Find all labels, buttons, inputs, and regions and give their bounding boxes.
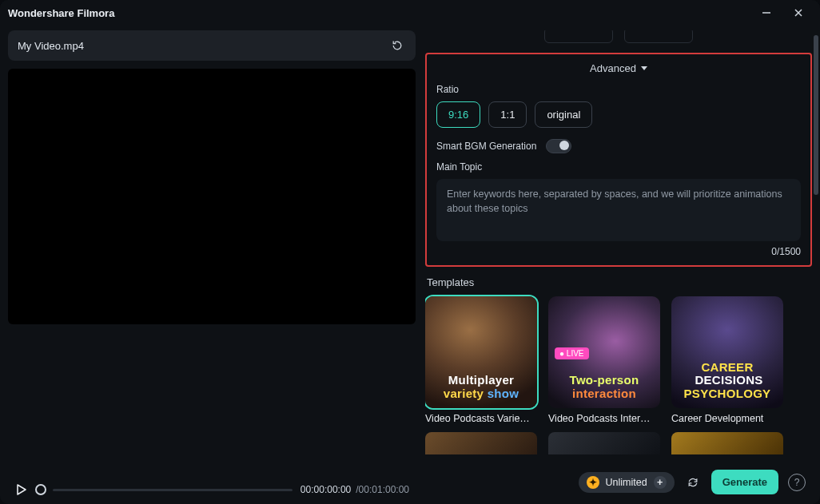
thumb-overlay: CAREER DECISIONS PSYCHOLOGY — [676, 361, 778, 401]
time-duration: /00:01:00:00 — [356, 484, 409, 495]
app-title: Wondershare Filmora — [8, 7, 114, 19]
template-thumb[interactable]: Multiplayer variety show — [425, 296, 537, 408]
ratio-original[interactable]: original — [535, 101, 592, 128]
chevron-down-icon — [641, 66, 647, 70]
app-window: Wondershare Filmora My Video.mp4 — [0, 0, 820, 504]
left-pane: My Video.mp4 — [8, 30, 416, 496]
overlay-line: DECISIONS — [695, 373, 762, 387]
ratio-1-1[interactable]: 1:1 — [488, 101, 527, 128]
overlay-line: variety — [444, 387, 484, 400]
cycle-icon — [687, 476, 699, 489]
ratio-9-16[interactable]: 9:16 — [436, 101, 480, 128]
footer-bar: ✦ Unlimited + Generate ? — [425, 465, 812, 496]
templates-row-2 — [425, 432, 812, 454]
help-button[interactable]: ? — [788, 474, 806, 491]
close-icon — [794, 8, 803, 18]
main-topic-input[interactable]: Enter keywords here, separated by spaces… — [436, 179, 801, 241]
titlebar: Wondershare Filmora — [0, 0, 820, 26]
regenerate-button[interactable] — [684, 474, 702, 491]
overlay-line: Two-person — [553, 374, 655, 387]
ratio-label: Ratio — [436, 84, 801, 95]
close-button[interactable] — [785, 3, 812, 22]
file-name: My Video.mp4 — [18, 40, 84, 52]
right-scroll: Advanced Ratio 9:16 1:1 original Smart B… — [425, 30, 812, 458]
unlimited-pill[interactable]: ✦ Unlimited + — [579, 472, 675, 493]
file-chip[interactable]: My Video.mp4 — [8, 30, 416, 61]
unlimited-label: Unlimited — [606, 477, 647, 488]
window-controls — [753, 3, 812, 22]
seek-track[interactable] — [53, 489, 293, 491]
template-caption: Video Podcasts Varie… — [425, 413, 537, 424]
main-topic-label: Main Topic — [436, 161, 801, 173]
thumb-overlay: Multiplayer variety show — [430, 374, 532, 400]
video-preview[interactable] — [8, 69, 416, 324]
templates-section: Templates Multiplayer variety show — [425, 276, 812, 454]
template-thumb-partial[interactable] — [425, 432, 537, 454]
file-strip: My Video.mp4 — [8, 30, 416, 61]
play-button[interactable] — [14, 483, 27, 496]
bgm-toggle[interactable] — [546, 139, 571, 153]
refresh-button[interactable] — [388, 37, 406, 54]
template-thumb[interactable]: CAREER DECISIONS PSYCHOLOGY — [671, 296, 783, 408]
right-pane: Advanced Ratio 9:16 1:1 original Smart B… — [425, 30, 812, 496]
seek-bar[interactable] — [35, 484, 293, 495]
template-thumb-partial[interactable] — [548, 432, 660, 454]
plus-icon: + — [654, 476, 667, 489]
category-chip[interactable] — [544, 30, 613, 43]
thumb-overlay: Two-person interaction — [553, 374, 655, 400]
advanced-toggle[interactable]: Advanced — [436, 62, 801, 74]
scrollbar-thumb[interactable] — [814, 35, 818, 195]
advanced-panel-highlight: Advanced Ratio 9:16 1:1 original Smart B… — [425, 53, 812, 267]
transport-bar: 00:00:00:00 /00:01:00:00 — [8, 478, 416, 496]
play-icon — [14, 483, 27, 496]
category-chips-row — [425, 30, 812, 43]
template-caption: Career Development — [671, 413, 783, 424]
overlay-line: PSYCHOLOGY — [676, 387, 778, 401]
overlay-line: Multiplayer — [430, 374, 532, 387]
refresh-icon — [391, 39, 404, 52]
live-badge: ● LIVE — [555, 347, 589, 359]
time-current: 00:00:00:00 — [301, 484, 351, 495]
minimize-icon — [762, 8, 771, 18]
template-caption: Video Podcasts Inter… — [548, 413, 660, 424]
template-card[interactable]: Multiplayer variety show Video Podcasts … — [425, 296, 537, 424]
bgm-row: Smart BGM Generation — [436, 139, 801, 153]
templates-heading: Templates — [427, 276, 812, 288]
ratio-options: 9:16 1:1 original — [436, 101, 801, 128]
char-counter: 0/1500 — [436, 246, 801, 257]
category-chip[interactable] — [624, 30, 693, 43]
advanced-label: Advanced — [590, 62, 636, 74]
spark-icon: ✦ — [587, 476, 599, 489]
overlay-line: CAREER — [701, 360, 753, 374]
template-card[interactable]: CAREER DECISIONS PSYCHOLOGY Career Devel… — [671, 296, 783, 424]
vertical-scrollbar[interactable] — [814, 35, 818, 450]
timecodes: 00:00:00:00 /00:01:00:00 — [301, 484, 409, 495]
minimize-button[interactable] — [753, 3, 780, 22]
main-topic-section: Main Topic Enter keywords here, separate… — [436, 161, 801, 257]
preview-area: 00:00:00:00 /00:01:00:00 — [8, 69, 416, 496]
template-thumb[interactable]: ● LIVE Two-person interaction — [548, 296, 660, 408]
generate-button[interactable]: Generate — [711, 470, 778, 494]
templates-row: Multiplayer variety show Video Podcasts … — [425, 296, 812, 424]
overlay-line: show — [488, 387, 519, 400]
template-card[interactable]: ● LIVE Two-person interaction Video Podc… — [548, 296, 660, 424]
content: My Video.mp4 — [0, 26, 820, 504]
template-thumb-partial[interactable] — [671, 432, 783, 454]
overlay-line: interaction — [553, 387, 655, 401]
bgm-label: Smart BGM Generation — [436, 141, 536, 152]
seek-handle[interactable] — [35, 484, 46, 495]
